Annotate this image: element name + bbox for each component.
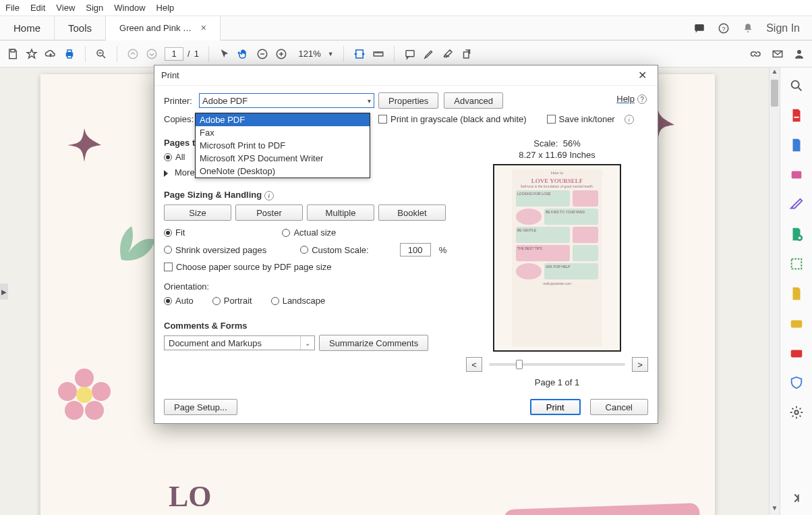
multiple-button[interactable]: Multiple [307,205,374,221]
preview-next-button[interactable]: > [632,357,648,372]
fit-width-icon[interactable] [353,48,366,60]
preview-card: BE GENTLE [516,227,570,243]
comment-icon[interactable] [404,48,416,60]
size-button[interactable]: Size [164,205,231,221]
info-icon[interactable]: i [264,191,274,200]
printer-option[interactable]: Fax [196,126,370,139]
properties-button[interactable]: Properties [378,92,438,109]
tab-document-label: Green and Pink Pas... [119,23,196,33]
zoom-out-find-icon[interactable] [95,48,107,60]
scroll-up-icon[interactable]: ▲ [770,67,780,78]
highlight-icon[interactable] [423,48,435,60]
ruler-icon[interactable] [372,48,384,60]
custom-scale-radio[interactable]: Custom Scale: [300,245,369,255]
svg-point-24 [791,81,799,88]
all-pages-radio[interactable]: All [164,152,185,162]
zoom-dropdown-icon[interactable]: ▼ [328,51,334,57]
sign-in-button[interactable]: Sign In [766,22,800,34]
zoom-out-icon[interactable] [256,48,268,60]
fill-sign-icon[interactable] [789,316,804,331]
page-down-icon[interactable] [146,48,158,60]
toolbar: /1 121% ▼ [0,40,812,67]
preview-page-of: Page 1 of 1 [466,377,648,387]
print-button[interactable]: Print [530,399,581,415]
more-tools-icon[interactable] [789,405,804,420]
slider-knob[interactable] [516,360,523,369]
mail-icon[interactable] [772,48,784,60]
combine-icon[interactable] [789,227,804,242]
shrink-radio[interactable]: Shrink oversized pages [164,245,266,255]
portrait-radio[interactable]: Portrait [212,296,252,306]
expand-left-panel-icon[interactable]: ▶ [0,283,8,300]
organize-icon[interactable] [789,256,804,271]
printer-option[interactable]: Adobe PDF [196,113,370,126]
create-pdf-icon[interactable] [789,167,804,182]
zoom-level[interactable]: 121% [294,49,321,59]
menu-sign[interactable]: Sign [86,3,103,13]
link-icon[interactable] [750,48,762,60]
menu-help[interactable]: Help [156,3,175,13]
landscape-radio[interactable]: Landscape [271,296,326,306]
menu-view[interactable]: View [56,3,75,13]
custom-scale-input[interactable] [400,243,431,256]
star-icon[interactable] [26,48,38,60]
menu-window[interactable]: Window [114,3,145,13]
printer-select[interactable]: Adobe PDF ▾ [199,93,374,108]
cancel-button[interactable]: Cancel [590,399,648,415]
tab-document[interactable]: Green and Pink Pas... × [106,16,221,40]
vertical-scrollbar[interactable]: ▲ ▼ [769,67,780,515]
search-icon[interactable] [789,78,804,93]
booklet-button[interactable]: Booklet [378,205,446,221]
bell-icon[interactable] [742,22,754,34]
actual-size-radio[interactable]: Actual size [282,227,336,238]
paper-source-checkbox[interactable]: Choose paper source by PDF page size [164,262,332,272]
printer-option[interactable]: Microsoft XPS Document Writer [196,152,370,165]
printer-dropdown[interactable]: Adobe PDF Fax Microsoft Print to PDF Mic… [195,113,370,178]
collapse-panel-icon[interactable] [789,491,804,506]
preview-slider[interactable] [489,363,625,366]
rotate-icon[interactable] [461,48,473,60]
tab-home[interactable]: Home [0,16,55,40]
summarize-comments-button[interactable]: Summarize Comments [319,335,428,351]
comments-select[interactable]: Document and Markups⌄ [164,335,315,350]
poster-button[interactable]: Poster [235,205,303,221]
printer-option[interactable]: Microsoft Print to PDF [196,139,370,152]
select-icon[interactable] [219,48,231,60]
scroll-down-icon[interactable]: ▼ [770,504,780,515]
auto-orientation-radio[interactable]: Auto [164,296,194,306]
compress-icon[interactable] [789,286,804,301]
request-sign-icon[interactable] [789,346,804,360]
tab-tools[interactable]: Tools [55,16,106,40]
export-pdf-icon[interactable] [789,108,804,123]
printer-option[interactable]: OneNote (Desktop) [196,165,370,178]
menu-edit[interactable]: Edit [30,3,45,13]
info-icon[interactable]: i [625,115,634,124]
preview-prev-button[interactable]: < [466,357,482,372]
comment-tool-icon[interactable] [789,197,804,212]
svg-rect-15 [463,52,469,58]
print-icon[interactable] [63,48,76,60]
dialog-close-button[interactable]: ✕ [634,67,651,83]
person-icon[interactable] [793,48,805,60]
help-link[interactable]: Help? [616,94,647,104]
grayscale-checkbox[interactable]: Print in grayscale (black and white) [378,114,527,124]
fit-radio[interactable]: Fit [164,227,185,238]
page-current-input[interactable] [165,47,183,61]
close-tab-icon[interactable]: × [201,22,206,33]
sign-icon[interactable] [442,48,454,60]
save-icon[interactable] [7,48,19,60]
edit-pdf-icon[interactable] [789,138,804,153]
protect-icon[interactable] [789,375,804,390]
scroll-thumb[interactable] [771,80,778,107]
saveink-checkbox[interactable]: Save ink/toner [547,114,615,124]
page-up-icon[interactable] [127,48,139,60]
help-icon[interactable]: ? [718,22,730,34]
menu-file[interactable]: File [5,3,20,13]
chat-icon[interactable] [693,22,705,34]
cloud-icon[interactable] [45,48,57,60]
page-setup-button[interactable]: Page Setup... [164,399,237,415]
hand-icon[interactable] [237,48,250,60]
zoom-in-icon[interactable] [275,48,287,60]
advanced-button[interactable]: Advanced [444,92,503,109]
svg-rect-25 [791,171,801,179]
